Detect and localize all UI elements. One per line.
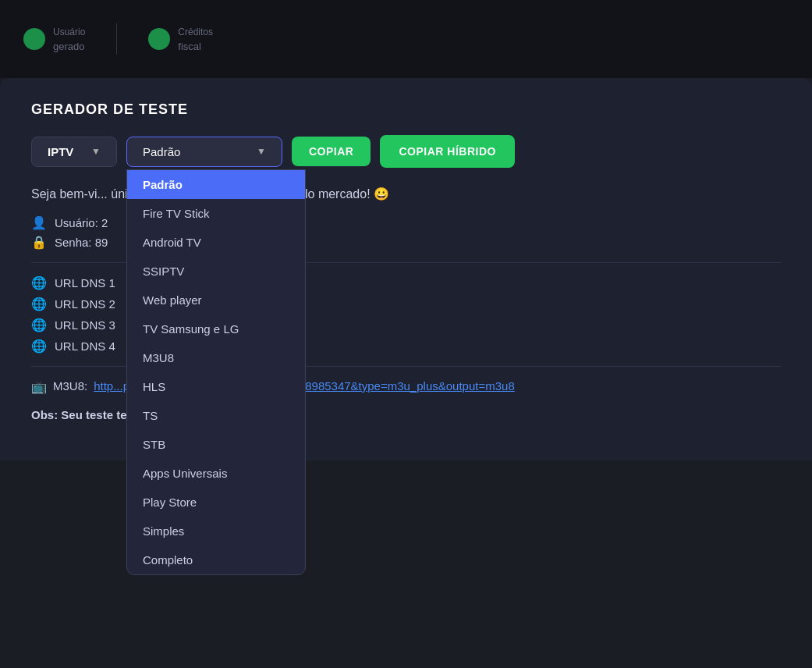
usuario-label: Usuário xyxy=(53,27,85,37)
dropdown-item[interactable]: HLS xyxy=(127,372,305,401)
creditos-value: fiscal xyxy=(178,41,213,52)
usuario-info-label: Usuário: 2 xyxy=(55,216,108,229)
dropdown-item[interactable]: TS xyxy=(127,401,305,430)
copiar-button[interactable]: COPIAR xyxy=(292,137,371,166)
padrao-label: Padrão xyxy=(143,145,180,158)
dropdown-item[interactable]: M3U8 xyxy=(127,343,305,372)
globe-icon-1: 🌐 xyxy=(31,275,47,290)
lock-icon: 🔒 xyxy=(31,235,47,250)
dropdown-item[interactable]: Padrão xyxy=(127,170,305,199)
dns-label-2: URL DNS 2 xyxy=(55,297,115,311)
creditos-text: Créditos fiscal xyxy=(178,27,213,52)
usuario-item: Usuário gerado xyxy=(23,27,85,52)
tv-icon: 📺 xyxy=(31,379,47,394)
dropdown-item[interactable]: Simples xyxy=(127,517,305,545)
dropdown-item[interactable]: Fire TV Stick xyxy=(127,199,305,228)
m3u8-label: M3U8: xyxy=(53,379,87,393)
creditos-dot xyxy=(148,28,170,50)
dns-label-1: URL DNS 1 xyxy=(55,276,115,290)
main-card: GERADOR DE TESTE IPTV ▼ Padrão ▼ COPIAR … xyxy=(0,78,812,460)
dropdown-item[interactable]: Apps Universais xyxy=(127,459,305,488)
globe-icon-3: 🌐 xyxy=(31,318,47,332)
padrao-dropdown: PadrãoFire TV StickAndroid TVSSIPTVWeb p… xyxy=(126,169,306,575)
top-divider-1 xyxy=(116,23,117,55)
controls-row: IPTV ▼ Padrão ▼ COPIAR COPIAR HÍBRIDO Pa… xyxy=(31,135,781,168)
dropdown-item[interactable]: STB xyxy=(127,430,305,459)
dropdown-item[interactable]: SSIPTV xyxy=(127,257,305,286)
padrao-chevron-icon: ▼ xyxy=(257,146,266,157)
usuario-value: gerado xyxy=(53,41,85,52)
dropdown-item[interactable]: Web player xyxy=(127,286,305,314)
copiar-hibrido-button[interactable]: COPIAR HÍBRIDO xyxy=(380,135,514,168)
senha-info-label: Senha: 89 xyxy=(55,236,108,249)
usuario-dot xyxy=(23,28,45,50)
dropdown-item[interactable]: Completo xyxy=(127,545,305,574)
dns-label-4: URL DNS 4 xyxy=(55,339,115,353)
top-bar: Usuário gerado Créditos fiscal xyxy=(0,0,812,78)
dropdown-item[interactable]: Android TV xyxy=(127,228,305,257)
usuario-text: Usuário gerado xyxy=(53,27,85,52)
globe-icon-4: 🌐 xyxy=(31,339,47,354)
globe-icon-2: 🌐 xyxy=(31,297,47,311)
usuario-icon: 👤 xyxy=(31,215,47,230)
iptv-select[interactable]: IPTV ▼ xyxy=(31,137,117,167)
dropdown-item[interactable]: Play Store xyxy=(127,488,305,517)
dns-label-3: URL DNS 3 xyxy=(55,318,115,332)
card-title: GERADOR DE TESTE xyxy=(31,101,781,118)
creditos-item: Créditos fiscal xyxy=(148,27,213,52)
iptv-chevron-icon: ▼ xyxy=(91,146,101,157)
padrao-select[interactable]: Padrão ▼ xyxy=(126,137,282,167)
creditos-label: Créditos xyxy=(178,27,213,37)
dropdown-item[interactable]: TV Samsung e LG xyxy=(127,314,305,343)
iptv-label: IPTV xyxy=(48,145,73,158)
